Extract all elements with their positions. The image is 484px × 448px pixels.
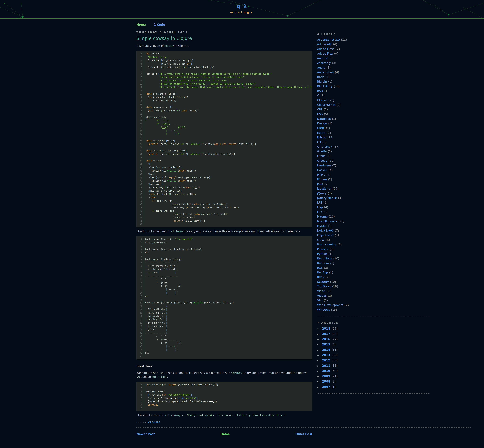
label-link[interactable]: Web Development	[317, 303, 343, 307]
archive-year-link[interactable]: 2012	[322, 359, 330, 362]
club-icon: ♣	[317, 321, 319, 324]
expand-arrow-icon[interactable]: ►	[317, 384, 322, 390]
label-link[interactable]: BSD	[317, 89, 323, 92]
label-link[interactable]: Vim	[317, 299, 323, 302]
archive-year-link[interactable]: 2015	[322, 343, 330, 346]
label-link[interactable]: Programming	[317, 243, 336, 246]
label-link[interactable]: Database	[317, 117, 331, 120]
label-link[interactable]: Assembly	[317, 61, 331, 64]
archive-year-link[interactable]: 2014	[322, 348, 330, 352]
label-item: BSD(1)	[317, 88, 429, 93]
label-link[interactable]: Adobe Flash	[317, 47, 334, 51]
label-link[interactable]: CPP	[317, 108, 323, 111]
label-link[interactable]: Gradle	[317, 150, 327, 153]
expand-arrow-icon[interactable]: ►	[317, 363, 322, 368]
label-link[interactable]: C	[317, 94, 319, 97]
post-labels-line: LABELS:CLOJURE	[136, 421, 312, 424]
expand-arrow-icon[interactable]: ►	[317, 358, 322, 363]
label-link[interactable]: GNU/Linux	[317, 145, 332, 148]
label-link[interactable]: CSS	[317, 112, 323, 116]
archive-year-link[interactable]: 2007	[322, 385, 330, 389]
label-link[interactable]: Ramblings	[317, 257, 332, 260]
expand-arrow-icon[interactable]: ►	[317, 342, 322, 347]
label-link[interactable]: BlackBerry	[317, 85, 333, 88]
label-link[interactable]: Random	[317, 262, 329, 265]
label-link[interactable]: Security	[317, 280, 329, 283]
label-link[interactable]: RegExp	[317, 271, 328, 274]
label-link[interactable]: RCE	[317, 266, 323, 269]
label-link[interactable]: Automation	[317, 71, 334, 74]
archive-year-link[interactable]: 2013	[322, 353, 330, 357]
label-link[interactable]: Python	[317, 252, 327, 256]
archive-year-link[interactable]: 2008	[322, 380, 330, 383]
nav-link-home[interactable]: Home	[136, 23, 146, 26]
label-link[interactable]: jQuery	[317, 192, 327, 195]
label-link[interactable]: Grails	[317, 154, 325, 158]
label-count: (10)	[328, 159, 334, 162]
label-count: (2)	[332, 164, 336, 167]
label-link[interactable]: Videos	[317, 294, 327, 297]
label-link[interactable]: Video	[317, 289, 325, 293]
label-link[interactable]: OS X	[317, 238, 324, 241]
footer-home-link[interactable]: Home	[221, 432, 230, 436]
site-logo[interactable]: q λ	[0, 3, 484, 9]
expand-arrow-icon[interactable]: ►	[317, 369, 322, 374]
newer-post-link[interactable]: Newer Post	[136, 432, 155, 436]
label-link[interactable]: Editor	[317, 131, 325, 134]
label-link[interactable]: LFE	[317, 201, 322, 204]
label-link[interactable]: Maemo	[317, 215, 328, 218]
label-link[interactable]: Ruby	[317, 275, 324, 279]
label-link[interactable]: Windows	[317, 308, 330, 311]
label-link[interactable]: Git	[317, 140, 321, 144]
label-link[interactable]: Lua	[317, 210, 322, 214]
label-link[interactable]: ActionScript 3.0	[317, 38, 340, 41]
archive-year-link[interactable]: 2009	[322, 375, 330, 378]
nav-link-lambda-code[interactable]: λ Code	[154, 23, 165, 26]
label-link[interactable]: jQuery Mobile	[317, 196, 337, 200]
expand-arrow-icon[interactable]: ►	[317, 337, 322, 342]
label-link[interactable]: Miscellaneous	[317, 220, 337, 223]
label-link[interactable]: Design	[317, 122, 327, 125]
expand-arrow-icon[interactable]: ►	[317, 347, 322, 352]
label-link[interactable]: JavaScript	[317, 187, 331, 190]
label-item: Security(10)	[317, 280, 429, 284]
expand-arrow-icon[interactable]: ►	[317, 332, 322, 337]
label-link[interactable]: Android	[317, 57, 328, 60]
label-link[interactable]: Bash	[317, 75, 324, 79]
expand-arrow-icon[interactable]: ►	[317, 353, 322, 358]
archive-year-link[interactable]: 2017	[322, 332, 330, 336]
label-link[interactable]: Adobe AIR	[317, 43, 332, 46]
label-link[interactable]: Audio	[317, 66, 325, 69]
label-link[interactable]: Nokia N900	[317, 229, 334, 232]
label-link[interactable]: TipsTricks	[317, 285, 331, 288]
archive-year-link[interactable]: 2010	[322, 369, 330, 373]
expand-arrow-icon[interactable]: ►	[317, 326, 322, 331]
label-link[interactable]: Lisp	[317, 206, 323, 209]
expand-arrow-icon[interactable]: ►	[317, 374, 322, 379]
label-link[interactable]: Groovy	[317, 159, 327, 162]
label-link[interactable]: Adobe Flex	[317, 52, 333, 55]
post-title[interactable]: Simple cowsay in Clojure	[136, 36, 312, 41]
label-link[interactable]: Clojure	[317, 98, 327, 102]
older-post-link[interactable]: Older Post	[295, 432, 312, 436]
label-link[interactable]: Projects	[317, 248, 328, 251]
label-link[interactable]: Haskell	[317, 168, 327, 172]
post-label-clojure[interactable]: CLOJURE	[148, 421, 160, 424]
label-link[interactable]: MySQL	[317, 224, 327, 227]
label-link[interactable]: Erlang	[317, 136, 326, 139]
label-link[interactable]: HTML	[317, 173, 325, 176]
label-item: Database(1)	[317, 117, 429, 121]
post-intro: A simple version of cowsay in Clojure.	[136, 44, 312, 48]
label-link[interactable]: ClojureScript	[317, 103, 335, 106]
label-link[interactable]: EBNF	[317, 127, 325, 130]
label-link[interactable]: Hardware	[317, 164, 331, 167]
label-link[interactable]: iPhone	[317, 178, 327, 181]
archive-year-link[interactable]: 2011	[322, 364, 330, 367]
label-link[interactable]: Objective-C	[317, 233, 334, 237]
expand-arrow-icon[interactable]: ►	[317, 379, 322, 384]
label-link[interactable]: Java	[317, 182, 323, 186]
label-link[interactable]: Bitcoin	[317, 80, 327, 83]
archive-year-link[interactable]: 2018	[322, 327, 330, 330]
label-item: HTML(4)	[317, 172, 429, 177]
archive-year-link[interactable]: 2016	[322, 337, 330, 341]
